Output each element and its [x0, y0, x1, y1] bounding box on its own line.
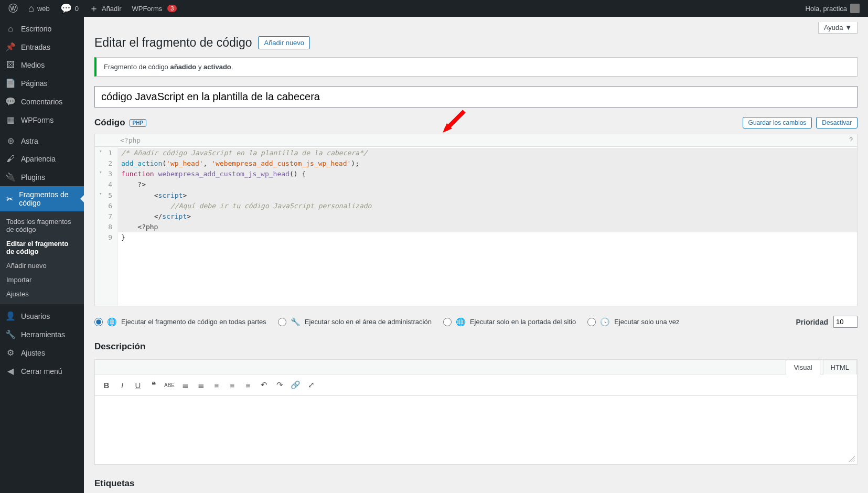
wpforms-badge: 3 — [167, 5, 177, 12]
wp-logo[interactable]: ⓦ — [4, 0, 22, 17]
admin-bar: ⓦ ⌂web 💬0 ＋Añadir WPForms3 Hola, practic… — [0, 0, 868, 17]
comments-count: 0 — [75, 5, 79, 13]
site-name: web — [37, 5, 50, 13]
account-link[interactable]: Hola, practica — [801, 0, 864, 17]
add-new-link[interactable]: ＋Añadir — [85, 0, 126, 17]
wpforms-link[interactable]: WPForms3 — [128, 0, 181, 17]
site-link[interactable]: ⌂web — [24, 0, 54, 17]
comments-link[interactable]: 💬0 — [56, 0, 83, 17]
avatar — [850, 4, 860, 13]
